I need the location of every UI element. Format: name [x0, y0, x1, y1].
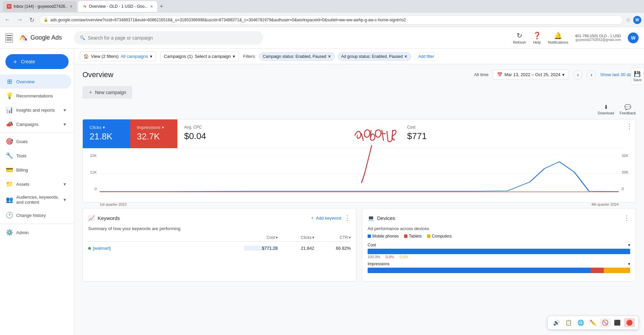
tab-googleads[interactable]: Overview - OLD - 1 USD - Goo... ✕	[78, 1, 157, 12]
download-button[interactable]: ⬇ Download	[598, 104, 614, 115]
view-filter: 🏠 View (2 filters) All campaigns ▾	[80, 51, 156, 61]
devices-more-button[interactable]: ⋮	[623, 214, 630, 222]
sidebar-item-overview[interactable]: ⊞ Overview	[0, 74, 71, 89]
feedback-button[interactable]: 💬 Feedback	[620, 104, 636, 115]
browser-avatar[interactable]: W	[633, 16, 641, 24]
audio-tool-button[interactable]: 🔊	[551, 318, 562, 327]
sidebar-item-tools[interactable]: 🔧 Tools	[0, 149, 71, 163]
add-filter-button[interactable]: Add filter	[414, 52, 439, 61]
search-input[interactable]	[88, 35, 257, 41]
download-icon: ⬇	[604, 104, 608, 110]
screen-tool-button[interactable]: ⬛	[612, 318, 623, 327]
forward-button[interactable]: →	[15, 15, 24, 25]
bookmark-icon[interactable]: ☆	[626, 17, 630, 23]
devices-legend: Mobile phones Tablets Computers	[368, 234, 630, 239]
account-avatar[interactable]: W	[628, 32, 639, 43]
chart-area: 22K 11K 0	[83, 148, 636, 202]
stat-tile-clicks[interactable]: Clicks ▾ 21.8K	[83, 119, 130, 148]
stats-more-button[interactable]: ⋮	[623, 119, 636, 133]
add-tab-button[interactable]: +	[158, 3, 165, 10]
devices-card: 💻 Devices ⋮ Ad performance across device…	[362, 208, 636, 282]
stat-tile-cost[interactable]: Cost $771	[400, 119, 623, 148]
admin-icon: ⚙️	[5, 229, 14, 236]
impressions-bar-computer	[604, 268, 630, 273]
draw-tool-button[interactable]: ✏️	[588, 318, 598, 327]
cost-bar-mobile	[368, 249, 630, 254]
close-tab-googleads[interactable]: ✕	[150, 4, 153, 9]
keywords-more-button[interactable]: ⋮	[344, 214, 351, 222]
refresh-button[interactable]: ↻ Refresh	[513, 31, 526, 44]
impressions-dropdown-icon[interactable]: ▾	[628, 262, 630, 266]
date-prev-button[interactable]: ‹	[573, 70, 583, 80]
alltime-label: All time	[474, 72, 489, 77]
overview-content: Overview All time 📅 Mar 13, 2022 – Oct 2…	[74, 64, 644, 335]
keyword-cell[interactable]: [walmart]	[88, 246, 241, 251]
date-next-button[interactable]: ›	[587, 70, 596, 80]
campaign-select-dropdown[interactable]: Campaigns (1) Select a campaign ▾	[160, 51, 239, 61]
col-header-keyword	[88, 235, 241, 240]
filter-chip-campaign-status[interactable]: Campaign status: Enabled, Paused ✕	[259, 52, 335, 61]
x-axis-labels: 1st quarter 2022 4th quarter 2024	[83, 201, 636, 208]
address-bar[interactable]: 🔒 ads.google.com/aw/overview?ocid=873488…	[39, 15, 623, 25]
col-header-cost[interactable]: Cost ▾	[244, 235, 278, 240]
add-keyword-button[interactable]: ＋ Add keyword	[310, 215, 341, 221]
dropdown-arrow-clicks: ▾	[103, 125, 105, 130]
cost-dropdown-icon[interactable]: ▾	[628, 243, 630, 247]
plus-blue-icon: ＋	[310, 215, 315, 221]
record-tool-button[interactable]: 🔴	[624, 318, 635, 327]
overview-header: Overview All time 📅 Mar 13, 2022 – Oct 2…	[82, 70, 636, 80]
sidebar-item-change-history[interactable]: 🕐 Change history	[0, 208, 71, 222]
cost-bar-row: Cost ▾ 100.0% 0.0% 0.0%	[368, 243, 630, 259]
nav-section-goals: 🎯 Goals 🔧 Tools 💳 Billing 📁 Assets ▾	[0, 133, 74, 222]
keywords-summary: Summary of how your keywords are perform…	[88, 226, 351, 231]
help-button[interactable]: ❓ Help	[533, 31, 541, 44]
stat-tile-impressions[interactable]: Impressions ▾ 32.7K	[130, 119, 177, 148]
copy-tool-button[interactable]: 📋	[563, 318, 574, 327]
address-text: ads.google.com/aw/overview?ocid=87348837…	[50, 18, 406, 22]
sidebar-item-campaigns[interactable]: 📣 Campaigns ▾	[0, 117, 71, 131]
refresh-icon: ↻	[517, 31, 522, 40]
sidebar-item-goals[interactable]: 🎯 Goals	[0, 134, 71, 149]
keywords-card-header: 📈 Keywords ＋ Add keyword ⋮	[88, 214, 351, 222]
new-campaign-button[interactable]: ＋ New campaign	[82, 86, 132, 98]
clicks-label: Clicks ▾	[90, 125, 123, 130]
remove-chip-icon-2[interactable]: ✕	[404, 54, 407, 59]
view-dropdown[interactable]: 🏠 View (2 filters) All campaigns ▾	[80, 51, 156, 61]
save-icon: 💾	[634, 71, 641, 77]
google-ads-logo-icon	[18, 33, 28, 43]
stat-tile-avgcpc[interactable]: Avg. CPC $0.04	[177, 119, 400, 148]
col-header-clicks[interactable]: Clicks ▾	[280, 235, 314, 240]
create-button[interactable]: ＋ Create	[5, 54, 69, 69]
filter-chip-adgroup-status[interactable]: Ad group status: Enabled, Paused ✕	[338, 52, 411, 61]
date-range-picker[interactable]: 📅 Mar 13, 2022 – Oct 25, 2024 ▾	[493, 70, 569, 80]
page-title: Overview	[82, 70, 114, 79]
sidebar-item-admin[interactable]: ⚙️ Admin	[0, 225, 71, 240]
tab-gmail[interactable]: M Inbox (144) - guywood27426... ✕	[3, 1, 77, 12]
close-tab-gmail[interactable]: ✕	[70, 4, 73, 9]
search-input-wrap[interactable]: 🔍	[74, 31, 263, 45]
remove-chip-icon[interactable]: ✕	[328, 54, 331, 59]
chevron-down-icon-audiences: ▾	[64, 197, 66, 202]
sidebar-item-assets[interactable]: 📁 Assets ▾	[0, 177, 71, 191]
browser-chrome: M Inbox (144) - guywood27426... ✕ Overvi…	[0, 0, 644, 13]
col-header-ctr[interactable]: CTR ▾	[317, 235, 351, 240]
cost-bar-track	[368, 249, 630, 254]
notifications-button[interactable]: 🔔 Notifications	[548, 31, 568, 44]
cost-value: $771	[407, 131, 617, 141]
sidebar-item-recommendations[interactable]: 💡 Recommendations	[0, 89, 71, 103]
block-tool-button[interactable]: 🚫	[600, 318, 611, 327]
back-button[interactable]: ←	[3, 15, 12, 25]
dl-feedback-row: ⬇ Download 💬 Feedback	[82, 104, 636, 115]
sidebar-item-audiences[interactable]: 👥 Audiences, keywords, and content ▾	[0, 191, 71, 208]
reload-button[interactable]: ↻	[27, 15, 36, 25]
nav-section-admin: ⚙️ Admin	[0, 224, 74, 240]
save-button[interactable]: 💾 Save	[631, 68, 644, 85]
cost-bar-label: Cost ▾	[368, 243, 630, 247]
sidebar-item-billing[interactable]: 💳 Billing	[0, 163, 71, 177]
app-container: ☰ Google Ads 🔍 ↻ Refresh ❓ Help	[0, 27, 644, 335]
search-bar: 🔍	[74, 31, 263, 45]
translate-tool-button[interactable]: 🌐	[575, 318, 586, 327]
hamburger-menu[interactable]: ☰	[5, 33, 13, 43]
sidebar-item-insights[interactable]: 📊 Insights and reports ▾	[0, 103, 71, 117]
plus-icon: ＋	[12, 58, 18, 66]
